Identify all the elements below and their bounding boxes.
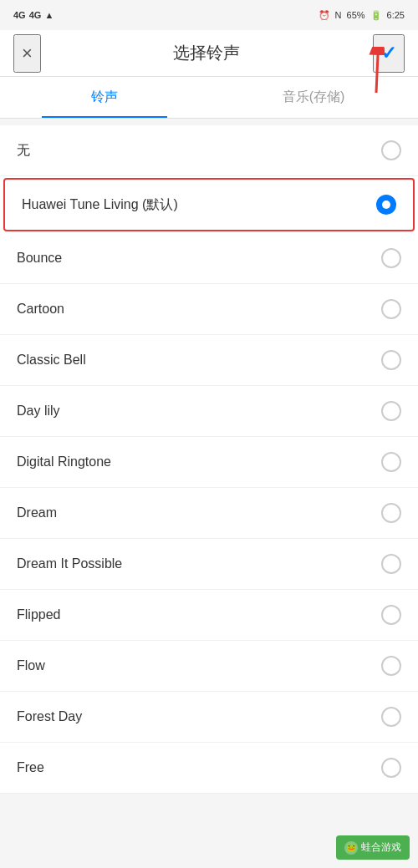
ringtone-item-day-lily[interactable]: Day lily — [0, 386, 418, 437]
ringtone-item-classic-bell[interactable]: Classic Bell — [0, 335, 418, 386]
ringtone-item-flow[interactable]: Flow — [0, 641, 418, 692]
ringtone-item-none[interactable]: 无 — [0, 125, 418, 176]
ringtone-item-dream-it-possible[interactable]: Dream It Possible — [0, 539, 418, 590]
radio-day-lily — [381, 401, 401, 421]
tabs-container: 铃声 音乐(存储) — [0, 77, 418, 119]
radio-huawei-tune — [376, 195, 396, 215]
radio-digital-ringtone — [381, 452, 401, 472]
radio-dream — [381, 503, 401, 523]
status-bar-right: ⏰ N 65% 🔋 6:25 — [319, 10, 405, 21]
radio-none — [381, 140, 401, 160]
ringtone-item-dream[interactable]: Dream — [0, 488, 418, 539]
battery-text: 65% — [347, 10, 365, 20]
wifi-icon: ▲ — [44, 10, 54, 20]
ringtone-item-huawei-tune[interactable]: Huawei Tune Living (默认) — [3, 178, 415, 231]
ringtone-list: 无 Huawei Tune Living (默认) Bounce Cartoon… — [0, 125, 418, 794]
ringtone-item-free[interactable]: Free — [0, 743, 418, 794]
radio-bounce — [381, 248, 401, 268]
ringtone-item-forest-day[interactable]: Forest Day — [0, 692, 418, 743]
status-bar-left: 4G 4G ▲ — [13, 10, 54, 20]
watermark-icon: 🐸 — [344, 841, 358, 855]
ringtone-item-digital-ringtone[interactable]: Digital Ringtone — [0, 437, 418, 488]
tab-ringtone[interactable]: 铃声 — [0, 77, 209, 118]
status-bar: 4G 4G ▲ ⏰ N 65% 🔋 6:25 — [0, 0, 418, 30]
ringtone-item-flipped[interactable]: Flipped — [0, 590, 418, 641]
tab-music[interactable]: 音乐(存储) — [209, 77, 418, 118]
radio-flow — [381, 656, 401, 676]
signal-icon: 4G — [13, 10, 26, 20]
confirm-button[interactable]: ✓ — [373, 34, 405, 73]
watermark: 🐸 蛙合游戏 — [336, 835, 410, 860]
close-button[interactable]: × — [13, 34, 41, 73]
watermark-text: 蛙合游戏 — [361, 840, 401, 855]
radio-flipped — [381, 605, 401, 625]
time-display: 6:25 — [387, 10, 405, 20]
radio-forest-day — [381, 707, 401, 727]
ringtone-item-cartoon[interactable]: Cartoon — [0, 284, 418, 335]
nfc-icon: N — [335, 10, 342, 20]
radio-free — [381, 758, 401, 778]
page-title: 选择铃声 — [173, 42, 240, 64]
alarm-icon: ⏰ — [319, 10, 330, 21]
radio-classic-bell — [381, 350, 401, 370]
ringtone-item-bounce[interactable]: Bounce — [0, 233, 418, 284]
signal2-icon: 4G — [29, 10, 42, 20]
header: × 选择铃声 ✓ — [0, 30, 418, 77]
battery-icon: 🔋 — [370, 10, 382, 21]
radio-cartoon — [381, 299, 401, 319]
radio-dream-it-possible — [381, 554, 401, 574]
